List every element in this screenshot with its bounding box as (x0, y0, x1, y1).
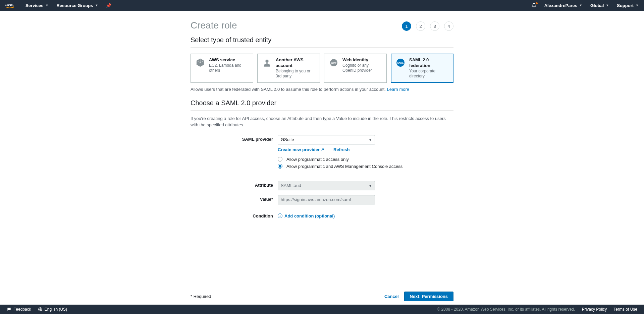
external-link-icon: ↗ (321, 147, 324, 152)
chevron-down-icon: ▼ (369, 138, 372, 141)
row-saml-provider: SAML provider GSuite ▼ Create new provid… (191, 135, 453, 171)
row-attribute: Attribute SAML:aud ▼ (191, 181, 453, 190)
step-1[interactable]: 1 (402, 21, 411, 31)
label-condition: Condition (191, 212, 278, 218)
entity-description: Allows users that are federated with SAM… (191, 87, 453, 92)
select-attribute: SAML:aud ▼ (278, 181, 375, 190)
top-nav: aws Services ▼ Resource Groups ▼ 📌 Alexa… (0, 0, 644, 11)
entity-saml-federation[interactable]: SAML SAML 2.0 federation Your corporate … (391, 54, 453, 83)
radio-programmatic-and-console[interactable]: Allow programmatic and AWS Management Co… (278, 164, 412, 169)
aws-logo-icon: aws (5, 2, 17, 9)
row-value: Value* (191, 195, 453, 204)
entity-title: Web identity (342, 57, 382, 63)
radio-programmatic-only[interactable]: Allow programmatic access only (278, 157, 375, 162)
entity-title: SAML 2.0 federation (409, 57, 449, 69)
nav-resource-groups[interactable]: Resource Groups ▼ (56, 3, 98, 8)
label-attribute: Attribute (191, 181, 278, 188)
nav-user[interactable]: AlexandrePares ▼ (544, 3, 582, 8)
nav-region[interactable]: Global ▼ (590, 3, 609, 8)
cube-icon (195, 57, 206, 68)
label-saml-provider: SAML provider (191, 135, 278, 142)
add-condition-label: Add condition (optional) (284, 213, 335, 218)
step-3[interactable]: 3 (430, 21, 439, 31)
svg-text:SAML: SAML (397, 62, 404, 64)
add-condition-link[interactable]: + Add condition (optional) (278, 213, 335, 218)
nav-user-label: AlexandrePares (544, 3, 577, 8)
nav-support-label: Support (617, 3, 634, 8)
pin-icon: 📌 (106, 3, 111, 8)
nav-support[interactable]: Support ▼ (617, 3, 639, 8)
chevron-down-icon: ▼ (606, 4, 609, 7)
chevron-down-icon: ▼ (46, 4, 49, 7)
globe-icon: www (328, 57, 339, 68)
radio-programmatic-and-console-label: Allow programmatic and AWS Management Co… (286, 164, 402, 169)
chevron-down-icon: ▼ (636, 4, 639, 7)
entity-aws-service[interactable]: AWS service EC2, Lambda and others (191, 54, 253, 83)
create-new-provider-label: Create new provider (278, 147, 320, 152)
entity-another-account[interactable]: Another AWS account Belonging to you or … (257, 54, 320, 83)
entity-cards: AWS service EC2, Lambda and others Anoth… (191, 54, 453, 83)
saml-icon: SAML (395, 57, 406, 68)
svg-point-1 (265, 60, 268, 63)
learn-more-link[interactable]: Learn more (387, 87, 409, 92)
section-saml-provider-title: Choose a SAML 2.0 provider (191, 99, 453, 111)
step-indicator: 1 2 3 4 (402, 21, 453, 31)
input-value (278, 195, 375, 204)
create-new-provider-link[interactable]: Create new provider ↗ (278, 147, 324, 152)
refresh-link[interactable]: Refresh (333, 147, 350, 152)
nav-services-label: Services (25, 3, 44, 8)
select-attribute-value: SAML:aud (281, 183, 301, 188)
step-2[interactable]: 2 (416, 21, 425, 31)
entity-title: Another AWS account (276, 57, 316, 69)
notification-dot (536, 2, 538, 4)
nav-resource-groups-label: Resource Groups (56, 3, 93, 8)
select-saml-provider-value: GSuite (281, 137, 294, 142)
radio-checked-icon (278, 164, 282, 169)
saml-description: If you're creating a role for API access… (191, 115, 453, 128)
chevron-down-icon: ▼ (579, 4, 582, 7)
chevron-down-icon: ▼ (95, 4, 98, 7)
entity-subtitle: Cognito or any OpenID provider (342, 63, 382, 73)
entity-title: AWS service (209, 57, 249, 63)
svg-text:www: www (331, 62, 336, 64)
entity-subtitle: EC2, Lambda and others (209, 63, 249, 73)
nav-pin[interactable]: 📌 (106, 3, 111, 8)
user-icon (262, 57, 272, 68)
select-saml-provider[interactable]: GSuite ▼ (278, 135, 375, 144)
chevron-down-icon: ▼ (369, 184, 372, 187)
plus-circle-icon: + (278, 213, 282, 218)
page-header: Create role 1 2 3 4 (191, 20, 453, 31)
label-value: Value* (191, 195, 278, 202)
aws-logo[interactable]: aws (5, 2, 17, 9)
radio-programmatic-only-label: Allow programmatic access only (286, 157, 349, 162)
main-content: Create role 1 2 3 4 Select type of trust… (191, 11, 453, 250)
svg-text:aws: aws (5, 2, 14, 7)
section-trusted-entity-title: Select type of trusted entity (191, 36, 453, 48)
page-title: Create role (191, 20, 237, 31)
radio-icon (278, 157, 282, 162)
step-4[interactable]: 4 (444, 21, 453, 31)
entity-subtitle: Your corporate directory (409, 69, 449, 79)
entity-description-text: Allows users that are federated with SAM… (191, 87, 387, 92)
entity-subtitle: Belonging to you or 3rd party (276, 69, 316, 79)
row-condition: Condition + Add condition (optional) (191, 212, 453, 218)
entity-web-identity[interactable]: www Web identity Cognito or any OpenID p… (324, 54, 387, 83)
nav-services[interactable]: Services ▼ (25, 3, 48, 8)
nav-notifications[interactable] (532, 3, 536, 8)
nav-region-label: Global (590, 3, 604, 8)
